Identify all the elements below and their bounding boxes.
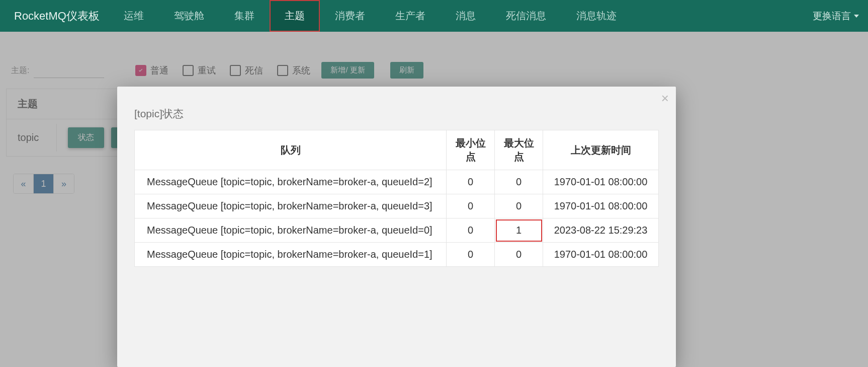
nav-item-0[interactable]: 运维 [109,0,159,32]
change-language-label: 更换语言 [813,10,851,23]
table-row: MessageQueue [topic=topic, brokerName=br… [135,218,659,243]
nav-item-8[interactable]: 消息轨迹 [561,0,632,32]
nav-item-1[interactable]: 驾驶舱 [159,0,219,32]
close-icon[interactable]: × [661,92,669,105]
queue-cell: MessageQueue [topic=topic, brokerName=br… [135,218,447,243]
min-offset-cell: 0 [447,218,495,243]
last-update-cell: 1970-01-01 08:00:00 [543,194,659,218]
nav-item-5[interactable]: 生产者 [380,0,441,32]
topic-status-modal: × [topic]状态 队列最小位点最大位点上次更新时间 MessageQueu… [117,87,676,367]
last-update-cell: 1970-01-01 08:00:00 [543,170,659,194]
queue-cell: MessageQueue [topic=topic, brokerName=br… [135,243,447,267]
chevron-down-icon [854,15,859,18]
table-row: MessageQueue [topic=topic, brokerName=br… [135,194,659,218]
modal-col-header-2: 最大位点 [495,130,543,170]
nav-item-7[interactable]: 死信消息 [491,0,561,32]
brand-logo[interactable]: RocketMQ仪表板 [5,9,109,24]
modal-col-header-1: 最小位点 [447,130,495,170]
max-offset-cell: 0 [495,194,543,218]
nav-item-3[interactable]: 主题 [270,0,320,32]
modal-title: [topic]状态 [117,87,676,130]
max-offset-cell: 0 [495,243,543,267]
top-navbar: RocketMQ仪表板 运维驾驶舱集群主题消费者生产者消息死信消息消息轨迹 更换… [0,0,868,32]
queue-cell: MessageQueue [topic=topic, brokerName=br… [135,194,447,218]
min-offset-cell: 0 [447,170,495,194]
last-update-cell: 1970-01-01 08:00:00 [543,243,659,267]
max-offset-cell: 1 [495,218,543,243]
min-offset-cell: 0 [447,194,495,218]
max-offset-cell: 0 [495,170,543,194]
modal-col-header-0: 队列 [135,130,447,170]
queue-cell: MessageQueue [topic=topic, brokerName=br… [135,170,447,194]
table-row: MessageQueue [topic=topic, brokerName=br… [135,243,659,267]
nav-item-4[interactable]: 消费者 [320,0,380,32]
nav-items: 运维驾驶舱集群主题消费者生产者消息死信消息消息轨迹 [109,0,632,32]
change-language[interactable]: 更换语言 [813,0,859,32]
min-offset-cell: 0 [447,243,495,267]
table-row: MessageQueue [topic=topic, brokerName=br… [135,170,659,194]
last-update-cell: 2023-08-22 15:29:23 [543,218,659,243]
nav-item-6[interactable]: 消息 [441,0,491,32]
nav-item-2[interactable]: 集群 [219,0,270,32]
modal-col-header-3: 上次更新时间 [543,130,659,170]
queue-status-table: 队列最小位点最大位点上次更新时间 MessageQueue [topic=top… [134,130,659,267]
